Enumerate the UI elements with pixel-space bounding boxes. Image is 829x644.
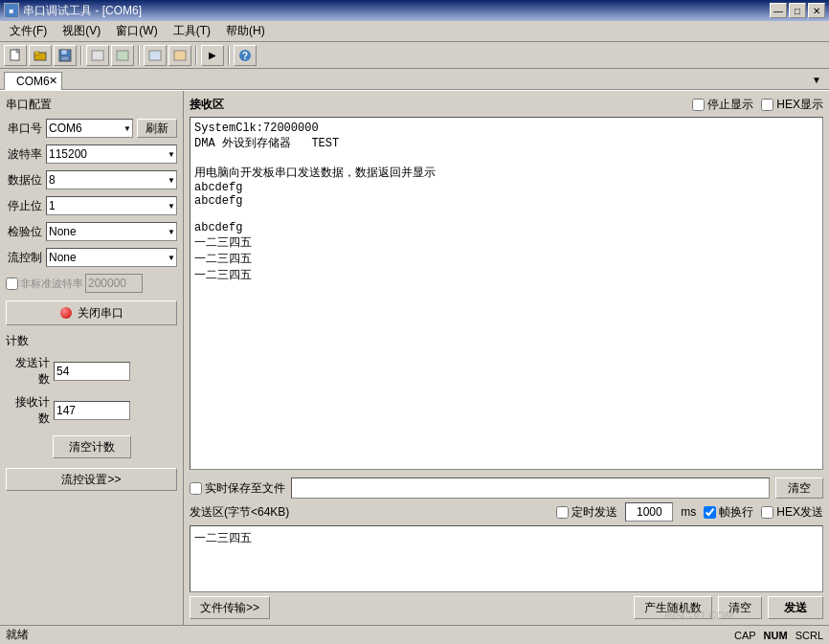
count-section-title: 计数 bbox=[6, 333, 177, 349]
baud-label: 波特率 bbox=[6, 146, 42, 163]
flow-control-select[interactable]: None bbox=[46, 248, 177, 267]
send-area: 发送区(字节<64KB) 定时发送 ms 帧换行 HEX发送 bbox=[190, 502, 823, 619]
parity-select[interactable]: None bbox=[46, 222, 177, 241]
svg-rect-6 bbox=[61, 56, 69, 60]
hex-send-checkbox[interactable] bbox=[761, 506, 773, 519]
stop-bits-select-wrapper: 1 bbox=[46, 196, 177, 215]
menu-view[interactable]: 视图(V) bbox=[55, 21, 108, 41]
newline-checkbox[interactable] bbox=[704, 506, 716, 519]
hex-send-label[interactable]: HEX发送 bbox=[761, 504, 823, 521]
save-file-label[interactable]: 实时保存至文件 bbox=[190, 480, 285, 497]
send-textarea[interactable]: 一二三四五 bbox=[190, 525, 823, 592]
toolbar-new[interactable] bbox=[4, 45, 27, 66]
flow-control-select-wrapper: None bbox=[46, 248, 177, 267]
receive-controls: 停止显示 HEX显示 bbox=[692, 97, 823, 113]
menu-file[interactable]: 文件(F) bbox=[2, 21, 55, 41]
serial-config-title: 串口配置 bbox=[6, 97, 177, 113]
hex-display-label[interactable]: HEX显示 bbox=[761, 97, 823, 113]
close-window-button[interactable]: ✕ bbox=[808, 3, 825, 18]
clear-receive-button[interactable]: 清空 bbox=[775, 477, 823, 499]
timed-send-label[interactable]: 定时发送 bbox=[556, 504, 617, 521]
svg-rect-7 bbox=[92, 51, 103, 60]
data-bits-label: 数据位 bbox=[6, 172, 42, 189]
stop-bits-label: 停止位 bbox=[6, 198, 42, 214]
toolbar-help[interactable]: ? bbox=[234, 45, 257, 66]
port-label: 串口号 bbox=[6, 121, 42, 137]
baud-select[interactable]: 115200 bbox=[46, 144, 177, 164]
data-bits-select[interactable]: 8 bbox=[46, 170, 177, 189]
recv-count-input[interactable] bbox=[54, 401, 130, 420]
send-button[interactable]: 发送 bbox=[768, 596, 823, 619]
menu-help[interactable]: 帮助(H) bbox=[218, 21, 273, 41]
tab-label: COM6 bbox=[16, 75, 50, 88]
timer-value-input[interactable] bbox=[625, 502, 673, 522]
svg-rect-9 bbox=[149, 51, 161, 60]
stop-display-text: 停止显示 bbox=[707, 97, 753, 113]
timed-send-checkbox[interactable] bbox=[556, 506, 569, 519]
baud-row: 波特率 115200 bbox=[6, 144, 177, 164]
stop-display-label[interactable]: 停止显示 bbox=[692, 97, 753, 113]
toolbar-btn3[interactable] bbox=[111, 45, 134, 66]
right-panel: 接收区 停止显示 HEX显示 SystemClk:72000000 DMA 外设… bbox=[184, 91, 829, 625]
recv-count-label: 接收计数 bbox=[6, 394, 50, 427]
toolbar-save[interactable] bbox=[54, 45, 77, 66]
newline-text: 帧换行 bbox=[719, 504, 753, 521]
svg-rect-10 bbox=[174, 51, 186, 60]
file-transfer-button[interactable]: 文件传输>> bbox=[190, 596, 270, 619]
nonstandard-input[interactable] bbox=[85, 274, 143, 293]
clear-count-button[interactable]: 清空计数 bbox=[53, 435, 131, 458]
refresh-button[interactable]: 刷新 bbox=[137, 119, 177, 138]
receive-header: 接收区 停止显示 HEX显示 bbox=[190, 97, 823, 113]
toolbar-open[interactable] bbox=[29, 45, 52, 66]
hex-display-text: HEX显示 bbox=[776, 97, 823, 113]
red-status-dot bbox=[60, 307, 72, 319]
svg-text:?: ? bbox=[242, 51, 248, 61]
hex-send-text: HEX发送 bbox=[776, 504, 823, 521]
toolbar-btn5[interactable] bbox=[168, 45, 191, 66]
flow-control-row: 流控制 None bbox=[6, 248, 177, 267]
svg-rect-1 bbox=[16, 50, 19, 53]
toolbar-btn4[interactable] bbox=[144, 45, 167, 66]
title-bar-left: ■ 串口调试工具 - [COM6] bbox=[4, 3, 142, 19]
flow-settings-button[interactable]: 流控设置>> bbox=[6, 468, 177, 491]
stop-bits-row: 停止位 1 bbox=[6, 196, 177, 215]
port-select[interactable]: COM6 bbox=[46, 119, 133, 138]
close-port-label: 关闭串口 bbox=[78, 305, 123, 322]
tab-close-icon[interactable]: ✕ bbox=[49, 75, 57, 87]
receive-area: 接收区 停止显示 HEX显示 SystemClk:72000000 DMA 外设… bbox=[190, 97, 823, 470]
flow-control-label: 流控制 bbox=[6, 250, 42, 266]
watermark: RISC-V1.COM bbox=[664, 610, 733, 621]
toolbar-arrow[interactable]: ▶ bbox=[201, 45, 224, 66]
stop-display-checkbox[interactable] bbox=[692, 99, 705, 111]
status-text: 就绪 bbox=[6, 627, 29, 643]
send-count-input[interactable] bbox=[54, 362, 130, 381]
port-row: 串口号 COM6 刷新 bbox=[6, 119, 177, 138]
menu-tools[interactable]: 工具(T) bbox=[166, 21, 218, 41]
send-options: 定时发送 ms 帧换行 HEX发送 bbox=[556, 502, 823, 522]
receive-title: 接收区 bbox=[190, 97, 224, 113]
minimize-button[interactable]: — bbox=[770, 3, 787, 18]
hex-display-checkbox[interactable] bbox=[761, 99, 773, 111]
tab-dropdown-icon[interactable]: ▼ bbox=[812, 75, 821, 85]
save-row: 实时保存至文件 清空 bbox=[190, 477, 823, 499]
stop-bits-select[interactable]: 1 bbox=[46, 196, 177, 215]
tab-bar: COM6 ✕ ▼ bbox=[0, 69, 829, 90]
save-file-text: 实时保存至文件 bbox=[205, 480, 285, 497]
toolbar-sep-1 bbox=[80, 46, 82, 65]
menu-window[interactable]: 窗口(W) bbox=[108, 21, 165, 41]
svg-rect-8 bbox=[117, 51, 128, 60]
nonstandard-checkbox[interactable] bbox=[6, 278, 18, 290]
newline-label[interactable]: 帧换行 bbox=[704, 504, 753, 521]
receive-textarea[interactable]: SystemClk:72000000 DMA 外设到存储器 TEST 用电脑向开… bbox=[190, 117, 823, 470]
cap-indicator: CAP bbox=[734, 630, 756, 641]
toolbar-btn2[interactable] bbox=[86, 45, 109, 66]
status-bar: 就绪 CAP NUM SCRL bbox=[0, 625, 829, 644]
save-file-checkbox[interactable] bbox=[190, 482, 202, 495]
main-content: 串口配置 串口号 COM6 刷新 波特率 115200 数据位 bbox=[0, 90, 829, 625]
toolbar-sep-4 bbox=[228, 46, 230, 65]
save-file-input[interactable] bbox=[291, 477, 770, 499]
tab-com6[interactable]: COM6 ✕ bbox=[4, 72, 62, 90]
recv-count-row: 接收计数 bbox=[6, 394, 177, 427]
maximize-button[interactable]: □ bbox=[789, 3, 806, 18]
close-port-button[interactable]: 关闭串口 bbox=[6, 300, 177, 325]
